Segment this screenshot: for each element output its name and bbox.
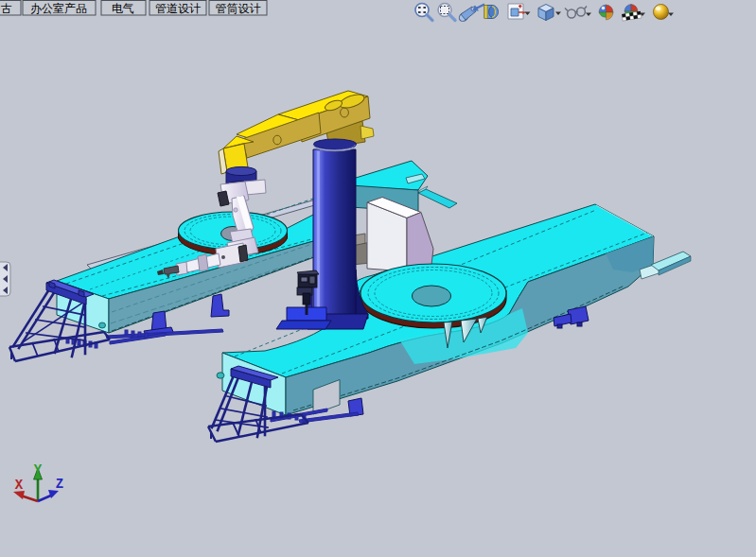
svg-text:古: 古: [1, 2, 12, 15]
svg-text:Y: Y: [34, 462, 43, 478]
svg-text:办公室产品: 办公室产品: [30, 2, 87, 15]
svg-text:电气: 电气: [112, 2, 134, 15]
svg-text:管道设计: 管道设计: [155, 2, 201, 15]
svg-text:Z: Z: [56, 477, 63, 492]
svg-text:管筒设计: 管筒设计: [216, 2, 261, 15]
svg-text:X: X: [15, 478, 24, 493]
